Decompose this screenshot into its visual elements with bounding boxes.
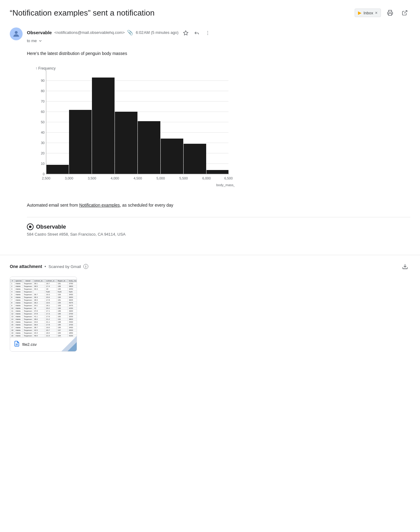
sender-avatar [10, 27, 23, 40]
email-time: 6:02 AM (5 minutes ago) [136, 30, 178, 35]
notification-examples-link[interactable]: Notification examples [79, 203, 120, 208]
csv-row: 17AdelieTorgersen38.719.01953450FEMALE [10, 326, 77, 329]
svg-text:30: 30 [41, 141, 45, 145]
open-new-window-button[interactable] [399, 7, 410, 18]
to-me-line[interactable]: to me [27, 38, 410, 43]
observable-logo-icon [27, 223, 34, 230]
bullet: • [45, 264, 46, 269]
sender-email: <notifications@mail.observablehq.com> [54, 30, 125, 35]
filename-label: file2.csv [22, 342, 37, 347]
csv-file-icon [14, 341, 20, 348]
reply-button[interactable] [192, 28, 202, 38]
external-link-icon [402, 10, 408, 16]
download-all-icon [402, 263, 408, 270]
download-all-button[interactable] [400, 261, 410, 272]
email-header: “Notification examples” sent a notificat… [0, 0, 420, 23]
attachment-title: One attachment • Scanned by Gmail i [10, 264, 88, 269]
csv-row: 6AdelieTorgersen39.320.61903650MALE [10, 296, 77, 299]
col-culmen-dep: culmen_d... [45, 280, 57, 282]
csv-row: 1AdelieTorgersen39.118.71813750MALE [10, 282, 77, 285]
footer-text-suffix: , as scheduled for every day [120, 203, 173, 208]
col-species: # [10, 280, 15, 282]
bar-6 [161, 139, 183, 174]
csv-row: 7AdelieTorgersen38.917.81813625FEMALE [10, 299, 77, 302]
x-axis: 2,500 3,000 3,500 4,000 4,500 5,000 5,50… [42, 176, 233, 180]
avatar-icon [12, 30, 20, 38]
more-options-button[interactable] [203, 28, 213, 38]
col-body-mass: body_ma... [68, 280, 77, 282]
more-icon [205, 30, 210, 36]
csv-table-body: 1AdelieTorgersen39.118.71813750MALE2Adel… [10, 282, 77, 337]
csv-row: 15AdelieTorgersen34.621.11984400MALE [10, 321, 77, 324]
svg-text:90: 90 [41, 79, 45, 82]
email-meta: Observable <notifications@mail.observabl… [0, 23, 420, 45]
svg-text:5,000: 5,000 [156, 176, 165, 180]
observable-brand: Observable 584 Castro Street #858, San F… [27, 217, 410, 243]
svg-point-5 [207, 33, 208, 33]
svg-point-6 [207, 34, 208, 35]
chevron-down-icon [38, 39, 42, 43]
svg-text:80: 80 [41, 89, 45, 93]
file-preview-card[interactable]: # species island culmen_le... culmen_d..… [10, 277, 77, 352]
inbox-label: Inbox [363, 11, 373, 15]
svg-text:2,500: 2,500 [42, 176, 50, 180]
y-axis-label: ↑ Frequency [35, 66, 56, 71]
col-island: island [23, 280, 33, 282]
scanned-label: Scanned by Gmail [49, 264, 81, 269]
to-me-label: to me [27, 38, 37, 43]
file-corner-decoration [61, 336, 77, 351]
observable-address: 584 Castro Street #858, San Francisco, C… [27, 232, 410, 237]
csv-row: 3AdelieTorgersen40.3181953250FEMALE [10, 288, 77, 291]
attachment-section: One attachment • Scanned by Gmail i # [0, 255, 420, 358]
col-species: species [14, 280, 23, 282]
csv-row: 10AdelieTorgersen4220.21904250 [10, 307, 77, 310]
label-icon: ▶ [358, 10, 362, 16]
svg-rect-0 [389, 13, 392, 16]
svg-text:50: 50 [41, 120, 45, 124]
csv-table-preview: # species island culmen_le... culmen_d..… [10, 279, 77, 337]
col-culmen-len: culmen_le... [33, 280, 45, 282]
csv-row: 5AdelieTorgersen36.719.31933450FEMALE [10, 293, 77, 296]
bar-5 [138, 121, 160, 174]
csv-row: 16AdelieTorgersen36.617.81853700FEMALE [10, 324, 77, 326]
svg-text:3,500: 3,500 [88, 176, 96, 180]
csv-row: 19AdelieTorgersen34.418.41841850FEMALE [10, 332, 77, 335]
bar-3 [92, 78, 115, 174]
email-subject: “Notification examples” sent a notificat… [10, 8, 351, 18]
svg-line-1 [404, 11, 407, 13]
meta-actions [181, 28, 213, 38]
print-button[interactable] [385, 7, 396, 18]
csv-row: 13AdelieTorgersen41.117.61823200FEMALE [10, 315, 77, 318]
print-icon [387, 10, 393, 16]
csv-row: 11AdelieTorgersen37.817.11863300 [10, 310, 77, 313]
sender-line: Observable <notifications@mail.observabl… [27, 27, 410, 38]
col-flipper: flipper_le... [57, 280, 68, 282]
csv-row: 2AdelieTorgersen39.517.41863800FEMALE [10, 285, 77, 288]
folded-corner-svg [61, 336, 77, 351]
bar-2 [69, 110, 92, 174]
close-icon[interactable]: × [375, 10, 378, 15]
info-icon[interactable]: i [83, 264, 88, 269]
bar-8 [206, 170, 228, 174]
csv-row: 14AdelieTorgersen38.621.21913800MALE [10, 318, 77, 321]
file-card-footer: file2.csv [10, 337, 61, 351]
svg-text:70: 70 [41, 100, 45, 103]
svg-point-2 [15, 31, 17, 34]
file-csv-icon [14, 341, 20, 347]
email-footer-paragraph: Automated email sent from Notification e… [27, 202, 410, 208]
svg-point-4 [207, 31, 208, 32]
inbox-badge[interactable]: ▶ Inbox × [355, 9, 381, 17]
sender-name: Observable [27, 30, 52, 35]
attachment-clip-icon: 📎 [127, 30, 133, 35]
svg-marker-3 [184, 31, 188, 35]
histogram-chart: ↑ Frequency 0 10 20 30 40 50 60 70 [27, 64, 235, 192]
csv-row: 4AdelieTorgersenNaNNaNNaNNaN [10, 291, 77, 293]
csv-row: 9AdelieTorgersen34.118.11933475 [10, 304, 77, 307]
bar-1 [46, 165, 69, 174]
observable-brand-name: Observable [27, 223, 410, 230]
csv-row: 8AdelieTorgersen39.219.61954675MALE [10, 302, 77, 304]
svg-text:60: 60 [41, 110, 45, 114]
x-axis-label: body_mass_g → [216, 183, 235, 187]
star-button[interactable] [181, 28, 191, 38]
svg-text:0: 0 [43, 172, 45, 176]
